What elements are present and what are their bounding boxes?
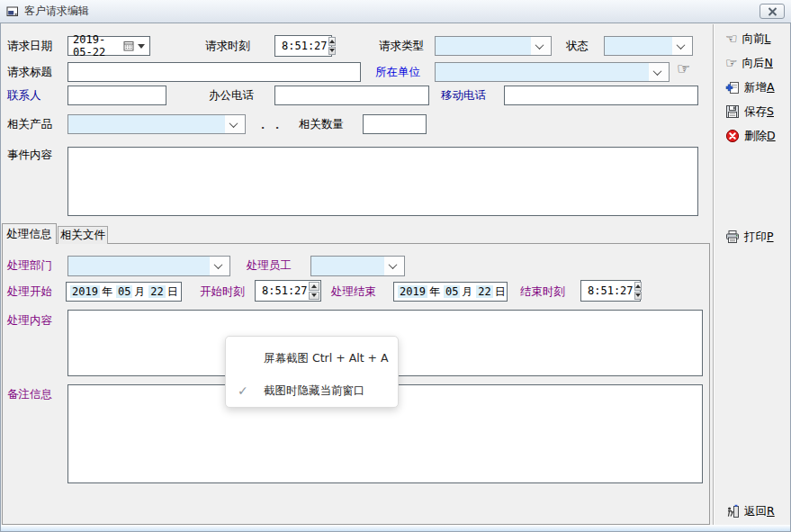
toolbar-separator bbox=[713, 24, 714, 525]
exit-icon bbox=[725, 504, 740, 518]
request-title-label: 请求标题 bbox=[7, 62, 52, 82]
menu-item-label: 屏幕截图 Ctrl + Alt + A bbox=[264, 346, 389, 371]
related-product-label: 相关产品 bbox=[7, 114, 52, 134]
end-time-label: 结束时刻 bbox=[520, 282, 565, 302]
menu-item-hide-window[interactable]: ✓ 截图时隐藏当前窗口 bbox=[226, 378, 398, 403]
remarks-label: 备注信息 bbox=[7, 384, 52, 404]
event-content-textarea[interactable] bbox=[67, 147, 698, 216]
mobile-phone-input[interactable] bbox=[504, 86, 698, 105]
status-combo[interactable] bbox=[604, 36, 693, 56]
start-time-spinner[interactable]: 8:51:27 bbox=[255, 280, 321, 302]
year-segment[interactable]: 2019 bbox=[70, 285, 100, 298]
close-button[interactable] bbox=[760, 4, 785, 19]
delete-icon bbox=[725, 129, 740, 143]
staff-combo[interactable] bbox=[310, 256, 405, 276]
request-date-value: 2019-05-22 bbox=[73, 33, 123, 59]
request-date-label: 请求日期 bbox=[7, 36, 52, 56]
spin-down-button[interactable] bbox=[328, 47, 336, 56]
end-time-value: 8:51:27 bbox=[581, 281, 634, 301]
chevron-down-icon bbox=[653, 67, 662, 76]
delete-button[interactable]: 删除D bbox=[725, 126, 776, 146]
window-bottom-frame bbox=[1, 525, 790, 531]
app-icon bbox=[6, 5, 19, 18]
checkmark-icon: ✓ bbox=[238, 378, 248, 403]
menu-item-label: 截图时隐藏当前窗口 bbox=[264, 378, 365, 403]
request-time-spinner[interactable]: 8:51:27 bbox=[274, 35, 332, 57]
chevron-down-icon bbox=[677, 41, 686, 50]
chevron-down-icon bbox=[535, 41, 544, 50]
request-date-picker[interactable]: 2019-05-22 bbox=[67, 36, 150, 56]
request-time-value: 8:51:27 bbox=[275, 36, 328, 56]
triangle-down-icon bbox=[329, 49, 335, 52]
contact-input[interactable] bbox=[67, 86, 166, 105]
process-content-label: 处理内容 bbox=[7, 311, 52, 330]
spin-down-button[interactable] bbox=[634, 292, 642, 301]
customer-request-edit-window: 客户请求编辑 请求日期 2019-05-22 请求时刻 8:51:27 bbox=[0, 0, 791, 532]
request-type-combo[interactable] bbox=[435, 36, 552, 56]
previous-button[interactable]: ☜ 向前L bbox=[725, 29, 770, 49]
save-icon bbox=[725, 104, 740, 119]
spin-down-button[interactable] bbox=[309, 292, 319, 301]
next-button[interactable]: ☞ 向后N bbox=[725, 53, 773, 73]
day-segment[interactable]: 22 bbox=[476, 285, 492, 298]
year-unit: 年 bbox=[427, 284, 444, 300]
triangle-down-icon bbox=[635, 293, 641, 297]
new-record-icon bbox=[725, 80, 740, 95]
year-segment[interactable]: 2019 bbox=[398, 285, 427, 298]
process-end-label: 处理结束 bbox=[331, 282, 376, 302]
hand-left-icon: ☜ bbox=[725, 32, 737, 46]
department-combo[interactable] bbox=[67, 256, 230, 276]
menu-item-screenshot[interactable]: 屏幕截图 Ctrl + Alt + A bbox=[226, 346, 398, 371]
process-end-date-field[interactable]: 2019 年 05 月 22 日 bbox=[393, 282, 508, 302]
tab-processing-info[interactable]: 处理信息 bbox=[2, 223, 57, 244]
screenshot-popup-menu: 屏幕截图 Ctrl + Alt + A ✓ 截图时隐藏当前窗口 bbox=[225, 336, 399, 408]
office-phone-input[interactable] bbox=[274, 86, 429, 105]
triangle-up-icon bbox=[329, 40, 335, 43]
triangle-down-icon bbox=[311, 293, 317, 297]
print-button[interactable]: 打印P bbox=[725, 227, 774, 247]
related-quantity-input[interactable] bbox=[363, 114, 427, 134]
save-button[interactable]: 保存S bbox=[725, 102, 774, 122]
request-type-label: 请求类型 bbox=[379, 36, 424, 56]
day-segment[interactable]: 22 bbox=[148, 285, 165, 298]
process-start-label: 处理开始 bbox=[7, 282, 52, 302]
tab-related-files[interactable]: 相关文件 bbox=[58, 226, 108, 244]
day-unit: 日 bbox=[493, 284, 509, 300]
day-unit: 日 bbox=[166, 284, 182, 300]
contact-label: 联系人 bbox=[7, 86, 41, 105]
end-time-spinner[interactable]: 8:51:27 bbox=[580, 280, 641, 302]
month-unit: 月 bbox=[460, 284, 476, 300]
organization-combo[interactable] bbox=[435, 62, 670, 82]
return-button[interactable]: 返回R bbox=[725, 501, 775, 521]
related-product-combo[interactable] bbox=[67, 114, 246, 134]
spin-up-button[interactable] bbox=[309, 282, 319, 291]
titlebar: 客户请求编辑 bbox=[0, 0, 791, 23]
request-title-input[interactable] bbox=[67, 62, 361, 82]
organization-picker-hand-icon[interactable]: ☞ bbox=[677, 62, 690, 82]
close-icon bbox=[768, 7, 778, 16]
tab-label: 处理信息 bbox=[7, 227, 52, 242]
spin-up-button[interactable] bbox=[634, 282, 642, 291]
calendar-icon[interactable] bbox=[123, 41, 134, 51]
spin-up-button[interactable] bbox=[328, 37, 336, 46]
organization-label: 所在单位 bbox=[375, 62, 420, 82]
print-icon bbox=[725, 230, 740, 244]
window-title: 客户请求编辑 bbox=[24, 4, 89, 19]
month-unit: 月 bbox=[132, 284, 148, 300]
chevron-down-icon[interactable] bbox=[138, 44, 145, 49]
start-time-label: 开始时刻 bbox=[200, 282, 245, 302]
chevron-down-icon bbox=[214, 260, 223, 269]
status-label: 状态 bbox=[566, 36, 589, 56]
year-unit: 年 bbox=[100, 284, 116, 300]
chevron-down-icon bbox=[389, 260, 398, 269]
tab-label: 相关文件 bbox=[60, 228, 105, 243]
process-start-date-field[interactable]: 2019 年 05 月 22 日 bbox=[66, 282, 182, 302]
month-segment[interactable]: 05 bbox=[116, 285, 132, 298]
triangle-up-icon bbox=[311, 284, 317, 288]
month-segment[interactable]: 05 bbox=[444, 285, 460, 298]
add-button[interactable]: 新增A bbox=[725, 77, 775, 97]
mobile-phone-label: 移动电话 bbox=[441, 86, 486, 105]
related-quantity-label: 相关数量 bbox=[299, 114, 344, 134]
staff-label: 处理员工 bbox=[247, 256, 292, 275]
event-content-label: 事件内容 bbox=[7, 145, 52, 165]
